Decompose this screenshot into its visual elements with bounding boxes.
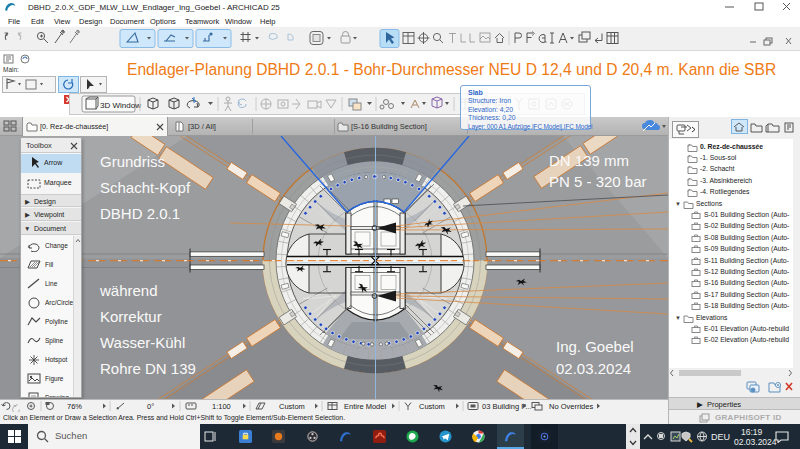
svg-text:76%: 76% <box>67 402 82 411</box>
svg-text:0°: 0° <box>147 402 154 411</box>
svg-text:No Overrides: No Overrides <box>549 402 593 411</box>
svg-text:Custom: Custom <box>419 402 445 411</box>
svg-text:1:100: 1:100 <box>212 402 231 411</box>
svg-text:Custom: Custom <box>279 402 305 411</box>
svg-text:Entire Model: Entire Model <box>344 402 386 411</box>
svg-text:3D Window: 3D Window <box>100 101 141 110</box>
